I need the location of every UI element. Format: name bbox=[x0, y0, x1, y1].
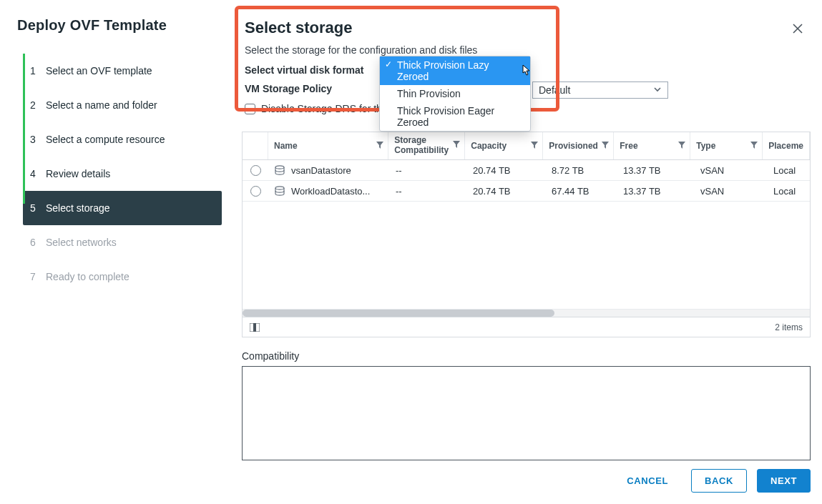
step-label: Select an OVF template bbox=[46, 65, 222, 76]
step-number: 5 bbox=[30, 202, 46, 214]
disable-storage-drs-label: Disable Storage DRS for thi bbox=[261, 103, 384, 114]
page-subtitle: Select the storage for the configuration… bbox=[245, 44, 811, 56]
row-free: 13.37 TB bbox=[623, 165, 661, 176]
disk-format-option-thick-eager[interactable]: Thick Provision Eager Zeroed bbox=[380, 102, 530, 131]
step-number: 1 bbox=[30, 65, 46, 76]
col-capacity[interactable]: Capacity bbox=[465, 132, 543, 159]
chevron-down-icon bbox=[653, 84, 662, 96]
cursor-icon bbox=[519, 64, 531, 80]
table-fill bbox=[243, 202, 810, 309]
wizard-step-name-folder[interactable]: 2 Select a name and folder bbox=[23, 88, 222, 122]
columns-icon bbox=[250, 323, 260, 332]
col-select bbox=[243, 132, 268, 159]
filter-icon[interactable] bbox=[678, 141, 685, 151]
wizard-step-review-details[interactable]: 4 Review details bbox=[23, 157, 222, 191]
col-free-label: Free bbox=[620, 141, 637, 151]
storage-policy-label: VM Storage Policy bbox=[245, 83, 385, 94]
wizard-sidebar: Deploy OVF Template 1 Select an OVF temp… bbox=[0, 0, 222, 294]
col-prov-label: Provisioned bbox=[549, 141, 598, 151]
wizard-content: Select storage Select the storage for th… bbox=[242, 0, 822, 504]
row-radio[interactable] bbox=[250, 165, 261, 176]
wizard-step-compute-resource[interactable]: 3 Select a compute resource bbox=[23, 122, 222, 157]
col-name[interactable]: Name bbox=[268, 132, 388, 159]
disk-format-option-thin[interactable]: Thin Provision bbox=[380, 85, 530, 102]
disable-storage-drs-checkbox[interactable] bbox=[245, 104, 255, 114]
svg-marker-5 bbox=[602, 142, 609, 149]
svg-rect-11 bbox=[253, 323, 256, 332]
row-placement: Local bbox=[773, 165, 796, 176]
disk-format-dropdown[interactable]: Thick Provision Lazy Zeroed Thin Provisi… bbox=[379, 56, 531, 132]
step-number: 4 bbox=[30, 168, 46, 179]
step-number: 2 bbox=[30, 99, 46, 111]
scrollbar-thumb[interactable] bbox=[243, 310, 554, 317]
row-radio[interactable] bbox=[250, 186, 261, 197]
svg-point-8 bbox=[275, 166, 284, 169]
horizontal-scrollbar[interactable] bbox=[243, 309, 810, 317]
back-button[interactable]: BACK bbox=[691, 469, 747, 493]
datastore-icon bbox=[274, 186, 285, 196]
page-title: Select storage bbox=[245, 19, 352, 37]
filter-icon[interactable] bbox=[376, 141, 383, 151]
step-label: Select storage bbox=[46, 202, 222, 214]
col-name-label: Name bbox=[274, 141, 298, 151]
deploy-ovf-wizard: Deploy OVF Template 1 Select an OVF temp… bbox=[0, 0, 822, 504]
step-label: Select a compute resource bbox=[46, 134, 222, 145]
filter-icon[interactable] bbox=[531, 141, 538, 151]
filter-icon[interactable] bbox=[453, 141, 460, 151]
wizard-step-select-storage[interactable]: 5 Select storage bbox=[23, 191, 222, 225]
column-settings-button[interactable] bbox=[250, 323, 260, 332]
table-header: Name StorageCompatibility Capacity Provi… bbox=[243, 132, 810, 160]
step-number: 6 bbox=[30, 237, 46, 248]
row-sc: -- bbox=[396, 165, 402, 176]
storage-policy-value: Default bbox=[539, 84, 570, 96]
wizard-steps: 1 Select an OVF template 2 Select a name… bbox=[16, 54, 222, 294]
col-placement[interactable]: Placeme bbox=[763, 132, 810, 159]
svg-marker-3 bbox=[453, 141, 460, 148]
wizard-step-ready-complete: 7 Ready to complete bbox=[23, 260, 222, 294]
row-type: vSAN bbox=[700, 165, 724, 176]
row-provisioned: 67.44 TB bbox=[552, 186, 589, 197]
svg-marker-4 bbox=[531, 142, 538, 149]
step-number: 7 bbox=[30, 271, 46, 282]
storage-policy-select[interactable]: Default bbox=[532, 81, 668, 99]
table-row[interactable]: vsanDatastore -- 20.74 TB 8.72 TB 13.37 … bbox=[243, 160, 810, 181]
datastore-table: Name StorageCompatibility Capacity Provi… bbox=[242, 132, 811, 337]
disk-format-label: Select virtual disk format bbox=[245, 64, 385, 76]
table-footer: 2 items bbox=[243, 317, 810, 337]
close-button[interactable] bbox=[791, 21, 805, 36]
svg-marker-7 bbox=[750, 142, 758, 149]
row-name: WorkloadDatasto... bbox=[291, 186, 370, 197]
step-label: Ready to complete bbox=[46, 271, 222, 282]
row-type: vSAN bbox=[700, 186, 724, 197]
col-storage-compat[interactable]: StorageCompatibility bbox=[388, 132, 465, 159]
next-button[interactable]: NEXT bbox=[757, 469, 811, 493]
row-capacity: 20.74 TB bbox=[473, 186, 511, 197]
row-provisioned: 8.72 TB bbox=[552, 165, 584, 176]
step-label: Select networks bbox=[46, 237, 222, 248]
row-placement: Local bbox=[773, 186, 796, 197]
compatibility-label: Compatibility bbox=[242, 350, 811, 362]
wizard-title: Deploy OVF Template bbox=[17, 17, 222, 34]
col-capacity-label: Capacity bbox=[471, 141, 507, 151]
svg-marker-2 bbox=[376, 142, 383, 149]
row-sc: -- bbox=[396, 186, 402, 197]
compatibility-box bbox=[242, 366, 811, 460]
col-type-label: Type bbox=[696, 141, 715, 151]
disk-format-option-thick-lazy[interactable]: Thick Provision Lazy Zeroed bbox=[380, 56, 530, 85]
table-row[interactable]: WorkloadDatasto... -- 20.74 TB 67.44 TB … bbox=[243, 181, 810, 202]
col-type[interactable]: Type bbox=[690, 132, 763, 159]
row-count: 2 items bbox=[775, 322, 803, 332]
col-provisioned[interactable]: Provisioned bbox=[543, 132, 614, 159]
step-number: 3 bbox=[30, 134, 46, 145]
wizard-step-select-networks: 6 Select networks bbox=[23, 225, 222, 260]
cancel-button[interactable]: CANCEL bbox=[614, 470, 681, 492]
col-place-label: Placeme bbox=[768, 141, 803, 151]
row-name: vsanDatastore bbox=[291, 165, 351, 176]
col-free[interactable]: Free bbox=[614, 132, 690, 159]
step-label: Review details bbox=[46, 168, 222, 179]
table-body: vsanDatastore -- 20.74 TB 8.72 TB 13.37 … bbox=[243, 160, 810, 309]
filter-icon[interactable] bbox=[750, 141, 758, 151]
svg-point-9 bbox=[275, 187, 284, 189]
filter-icon[interactable] bbox=[602, 141, 609, 151]
wizard-step-ovf-template[interactable]: 1 Select an OVF template bbox=[23, 54, 222, 88]
